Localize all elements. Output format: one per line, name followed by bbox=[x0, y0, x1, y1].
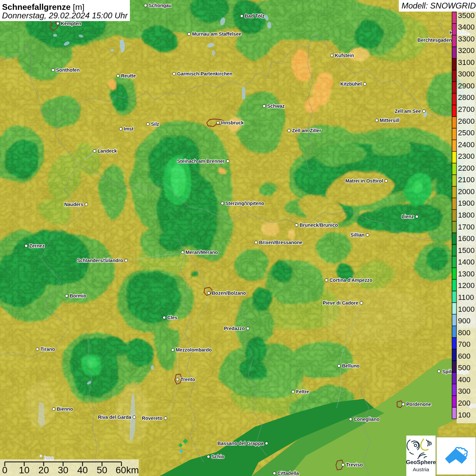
svg-text:Conegliano: Conegliano bbox=[354, 417, 379, 422]
svg-text:Schongau: Schongau bbox=[149, 3, 172, 8]
svg-text:Belluno: Belluno bbox=[342, 363, 359, 369]
svg-text:100: 100 bbox=[458, 411, 471, 419]
svg-text:2900: 2900 bbox=[458, 82, 475, 90]
svg-text:Steinach am Brenner: Steinach am Brenner bbox=[177, 158, 225, 164]
svg-text:3300: 3300 bbox=[458, 35, 475, 43]
svg-text:3100: 3100 bbox=[458, 58, 475, 67]
svg-text:Landeck: Landeck bbox=[98, 148, 117, 154]
svg-text:2000: 2000 bbox=[458, 187, 475, 196]
svg-text:50: 50 bbox=[97, 465, 107, 475]
svg-text:500: 500 bbox=[458, 363, 471, 372]
svg-text:200: 200 bbox=[458, 399, 471, 407]
svg-text:Donnerstag, 29.02.2024 15:00 U: Donnerstag, 29.02.2024 15:00 Uhr bbox=[2, 11, 128, 20]
svg-text:Zell am See: Zell am See bbox=[395, 108, 421, 114]
svg-text:Bienno: Bienno bbox=[57, 406, 73, 412]
svg-text:Silz: Silz bbox=[151, 121, 159, 127]
svg-text:Zell am Ziller: Zell am Ziller bbox=[292, 128, 321, 133]
svg-text:1000: 1000 bbox=[458, 305, 475, 313]
svg-text:400: 400 bbox=[458, 375, 471, 384]
svg-text:Mittersill: Mittersill bbox=[380, 118, 400, 123]
svg-text:2200: 2200 bbox=[458, 164, 475, 172]
svg-text:Bormio: Bormio bbox=[70, 293, 86, 299]
svg-text:60km: 60km bbox=[116, 465, 139, 475]
svg-text:Meran/Merano: Meran/Merano bbox=[186, 250, 218, 255]
svg-text:1400: 1400 bbox=[458, 258, 475, 266]
svg-text:10: 10 bbox=[19, 465, 30, 475]
svg-text:Austria: Austria bbox=[413, 466, 429, 472]
svg-text:Schwaz: Schwaz bbox=[267, 103, 285, 109]
svg-text:Mezzolombardo: Mezzolombardo bbox=[176, 347, 212, 353]
svg-text:Garmisch-Partenkirchen: Garmisch-Partenkirchen bbox=[177, 71, 233, 76]
svg-text:2400: 2400 bbox=[458, 140, 475, 149]
svg-text:Kufstein: Kufstein bbox=[335, 53, 354, 58]
svg-text:Bozen/Bolzano: Bozen/Bolzano bbox=[212, 290, 246, 296]
svg-text:Bassano del Grappa: Bassano del Grappa bbox=[218, 441, 264, 446]
svg-text:2800: 2800 bbox=[458, 93, 475, 102]
svg-text:Treviso: Treviso bbox=[346, 462, 363, 468]
svg-text:1100: 1100 bbox=[458, 293, 474, 302]
svg-text:300: 300 bbox=[458, 387, 471, 395]
svg-text:Pordenone: Pordenone bbox=[406, 402, 431, 407]
svg-text:1700: 1700 bbox=[458, 223, 475, 231]
svg-text:Schio: Schio bbox=[211, 454, 224, 459]
svg-text:1500: 1500 bbox=[458, 246, 475, 255]
svg-text:Kitzbühel: Kitzbühel bbox=[340, 81, 362, 87]
svg-text:Bad Tölz: Bad Tölz bbox=[245, 13, 265, 19]
svg-text:40: 40 bbox=[77, 465, 88, 475]
svg-text:Murnau am Staffelsee: Murnau am Staffelsee bbox=[192, 31, 241, 37]
svg-text:Innsbruck: Innsbruck bbox=[221, 120, 244, 125]
svg-text:Sterzing/Vipiteno: Sterzing/Vipiteno bbox=[225, 201, 264, 206]
svg-text:600: 600 bbox=[458, 352, 471, 360]
svg-text:800: 800 bbox=[458, 328, 471, 337]
svg-text:2600: 2600 bbox=[458, 117, 475, 125]
svg-text:Riva del Garda: Riva del Garda bbox=[98, 414, 131, 420]
svg-text:Cortina d'Ampezzo: Cortina d'Ampezzo bbox=[329, 277, 372, 283]
svg-text:Berchtesgaden: Berchtesgaden bbox=[418, 37, 452, 43]
svg-text:Trento: Trento bbox=[181, 377, 195, 382]
svg-text:Modell: SNOWGRID: Modell: SNOWGRID bbox=[402, 1, 476, 10]
svg-text:Predazzo: Predazzo bbox=[224, 326, 245, 331]
svg-text:Matrei in Osttirol: Matrei in Osttirol bbox=[345, 178, 383, 184]
svg-text:Lienz: Lienz bbox=[402, 214, 414, 219]
svg-text:Reutte: Reutte bbox=[121, 73, 136, 79]
svg-text:Schlanders/Silandro: Schlanders/Silandro bbox=[77, 258, 123, 263]
svg-text:Kempten: Kempten bbox=[61, 21, 81, 26]
svg-text:Sonthofen: Sonthofen bbox=[56, 67, 80, 73]
svg-text:3500: 3500 bbox=[458, 11, 475, 20]
svg-text:700: 700 bbox=[458, 340, 471, 348]
svg-text:3400: 3400 bbox=[458, 23, 475, 31]
svg-text:Bruneck/Brunico: Bruneck/Brunico bbox=[300, 222, 338, 228]
svg-text:Tirano: Tirano bbox=[40, 346, 55, 352]
svg-text:30: 30 bbox=[58, 465, 68, 475]
svg-text:Sillian: Sillian bbox=[351, 232, 364, 238]
svg-text:Spili: Spili bbox=[442, 369, 453, 374]
svg-text:900: 900 bbox=[458, 317, 471, 325]
svg-text:Feltre: Feltre bbox=[296, 389, 309, 394]
svg-text:Schneefallgrenze [m]: Schneefallgrenze [m] bbox=[2, 2, 84, 12]
svg-text:0: 0 bbox=[2, 465, 7, 475]
svg-text:2300: 2300 bbox=[458, 152, 475, 160]
svg-text:Pieve di Cadore: Pieve di Cadore bbox=[323, 300, 358, 306]
svg-text:2700: 2700 bbox=[458, 105, 475, 114]
svg-text:Imst: Imst bbox=[124, 126, 134, 132]
svg-text:Rovereto: Rovereto bbox=[142, 415, 163, 421]
svg-text:Cittadella: Cittadella bbox=[277, 471, 299, 476]
svg-text:20: 20 bbox=[38, 465, 49, 475]
svg-text:Brixen/Bressanone: Brixen/Bressanone bbox=[259, 240, 303, 245]
svg-text:1900: 1900 bbox=[458, 199, 475, 207]
svg-text:2500: 2500 bbox=[458, 129, 475, 137]
svg-text:Cles: Cles bbox=[167, 315, 177, 320]
svg-text:Nauders: Nauders bbox=[64, 202, 83, 207]
svg-text:1300: 1300 bbox=[458, 270, 475, 278]
svg-text:Zernez: Zernez bbox=[29, 243, 45, 249]
svg-text:1200: 1200 bbox=[458, 281, 475, 290]
svg-text:2100: 2100 bbox=[458, 175, 475, 184]
svg-text:3000: 3000 bbox=[458, 70, 475, 78]
svg-text:3200: 3200 bbox=[458, 46, 475, 55]
svg-text:1600: 1600 bbox=[458, 234, 475, 243]
svg-text:GeoSphere: GeoSphere bbox=[406, 459, 436, 465]
svg-text:1800: 1800 bbox=[458, 211, 475, 219]
